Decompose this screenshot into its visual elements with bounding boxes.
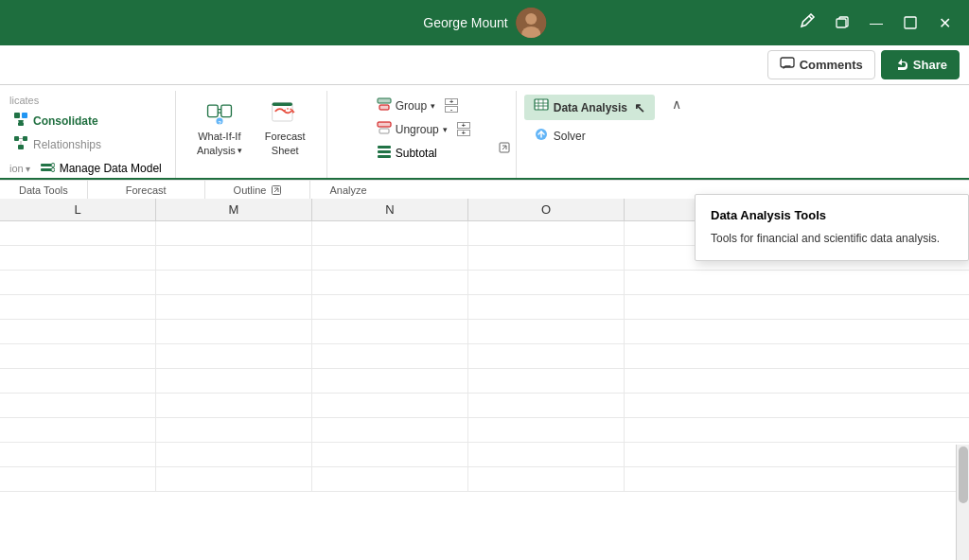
cell[interactable] — [312, 271, 468, 295]
cell[interactable] — [0, 320, 156, 344]
consolidate-icon — [13, 112, 28, 130]
svg-rect-26 — [378, 122, 391, 127]
svg-rect-22 — [378, 98, 391, 103]
analyze-section: Data Analysis ↖ — [517, 91, 693, 178]
cell[interactable] — [468, 467, 625, 492]
cell[interactable] — [312, 443, 468, 467]
manage-data-model-label: Manage Data Model — [60, 162, 162, 175]
close-button[interactable]: ✕ — [929, 8, 960, 38]
user-info: George Mount — [423, 8, 546, 38]
what-if-analysis-label: Analysis — [197, 145, 236, 156]
comments-button[interactable]: Comments — [767, 50, 875, 79]
manage-data-model-button[interactable]: Manage Data Model — [36, 159, 166, 178]
cell[interactable] — [468, 320, 625, 344]
share-icon — [893, 56, 908, 74]
subtotal-label: Subtotal — [396, 147, 437, 160]
cell[interactable] — [0, 467, 156, 492]
duplicates-label: licates — [9, 95, 39, 106]
tooltip-body: Tools for financial and scientific data … — [711, 230, 953, 247]
svg-rect-17 — [221, 105, 232, 116]
comments-icon — [780, 56, 795, 74]
outline-dialog-launcher[interactable] — [497, 140, 512, 157]
window-restore-alt-button[interactable] — [827, 8, 857, 38]
restore-button[interactable] — [895, 8, 925, 38]
cell[interactable] — [468, 394, 625, 418]
consolidate-button[interactable]: Consolidate — [9, 110, 166, 131]
data-analysis-icon — [534, 98, 549, 116]
cell[interactable] — [468, 271, 625, 295]
pen-icon-button[interactable] — [793, 8, 823, 38]
table-row — [0, 320, 969, 344]
cell[interactable] — [312, 344, 468, 369]
forecast-sheet-button[interactable]: Forecast Sheet — [257, 95, 313, 161]
cell[interactable] — [0, 443, 156, 467]
cell[interactable] — [156, 246, 312, 271]
title-bar: George Mount — [0, 0, 969, 45]
ribbon-collapse-button[interactable]: ∧ — [664, 93, 689, 115]
cell[interactable] — [156, 221, 312, 246]
cell[interactable] — [0, 418, 156, 443]
cell[interactable] — [468, 246, 625, 271]
data-tools-buttons: licates Consolidate — [9, 95, 166, 178]
cell[interactable] — [0, 221, 156, 246]
cell[interactable] — [312, 295, 468, 320]
cell[interactable] — [468, 344, 625, 369]
cell[interactable] — [468, 221, 625, 246]
cell[interactable] — [156, 418, 312, 443]
share-button[interactable]: Share — [881, 50, 960, 79]
group-label: Group — [396, 99, 427, 113]
minimize-button[interactable]: — — [861, 8, 891, 38]
col-header-n: N — [312, 199, 468, 220]
cell[interactable] — [156, 394, 312, 418]
svg-rect-33 — [535, 99, 548, 110]
cell[interactable] — [468, 418, 625, 443]
tooltip-title: Data Analysis Tools — [711, 208, 953, 222]
subtotal-button[interactable]: Subtotal — [373, 142, 441, 164]
cell[interactable] — [0, 369, 156, 394]
svg-point-1 — [525, 13, 537, 25]
cell[interactable] — [312, 246, 468, 271]
cell[interactable] — [468, 295, 625, 320]
cell[interactable] — [468, 369, 625, 394]
cell[interactable] — [156, 320, 312, 344]
cell[interactable] — [312, 467, 468, 492]
svg-rect-21 — [273, 102, 292, 106]
cell[interactable] — [156, 443, 312, 467]
cell[interactable] — [312, 369, 468, 394]
what-if-dropdown-arrow: ▾ — [238, 146, 242, 155]
what-if-analysis-button[interactable]: ? What-If-If Analysis ▾ — [189, 95, 250, 160]
cell[interactable] — [0, 344, 156, 369]
forecast-sheet-icon — [270, 98, 300, 129]
relationships-button[interactable]: Relationships — [9, 133, 166, 155]
vertical-scrollbar[interactable] — [956, 445, 969, 560]
table-row — [0, 418, 969, 443]
group-button[interactable]: Group ▾ — [373, 95, 439, 116]
cell[interactable] — [0, 394, 156, 418]
svg-rect-11 — [18, 145, 24, 149]
data-analysis-button[interactable]: Data Analysis ↖ — [524, 95, 655, 120]
ion-label: ion — [9, 163, 24, 174]
solver-button[interactable]: Solver — [524, 123, 655, 149]
cell[interactable] — [0, 295, 156, 320]
cell[interactable] — [156, 271, 312, 295]
cell[interactable] — [156, 295, 312, 320]
cell[interactable] — [468, 443, 625, 467]
what-if-icon: ? — [204, 98, 235, 129]
window-controls: — ✕ — [793, 8, 960, 38]
cell[interactable] — [0, 246, 156, 271]
cell[interactable] — [0, 271, 156, 295]
cell[interactable] — [312, 418, 468, 443]
ungroup-button[interactable]: Ungroup ▾ — [373, 118, 451, 140]
svg-rect-28 — [379, 129, 389, 133]
forecast-sheet-bottom-label: Sheet — [272, 145, 299, 157]
solver-icon — [534, 127, 549, 145]
cell[interactable] — [156, 344, 312, 369]
cell[interactable] — [312, 320, 468, 344]
cell[interactable] — [312, 394, 468, 418]
data-analysis-tooltip: Data Analysis Tools Tools for financial … — [695, 194, 969, 261]
cell[interactable] — [156, 467, 312, 492]
cell[interactable] — [312, 221, 468, 246]
col-header-o: O — [468, 199, 625, 220]
cell[interactable] — [156, 369, 312, 394]
scrollbar-thumb[interactable] — [959, 446, 968, 503]
